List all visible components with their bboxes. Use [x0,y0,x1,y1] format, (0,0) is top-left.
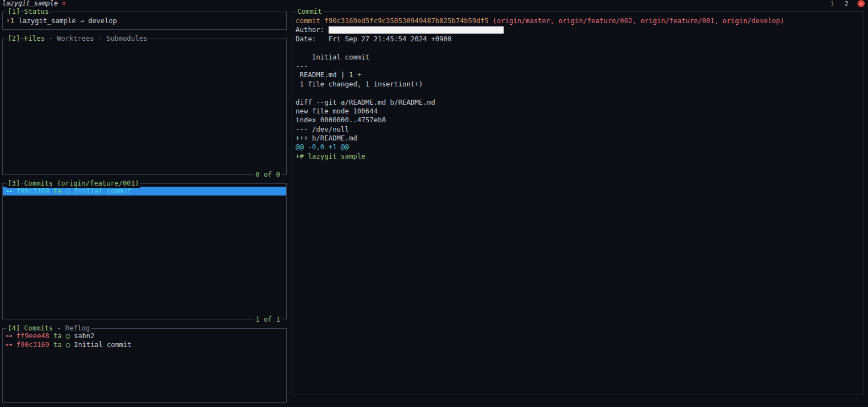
commit-row[interactable]: ⊶ f90c3169 ta ○ Initial commit [3,340,286,349]
detail-text-segment: + [357,70,361,79]
commit-details[interactable]: commit f90c3169ed5fc9c350530949487b825b7… [292,12,864,161]
detail-text-segment: @@ -0,0 +1 @@ [296,143,349,151]
files-panel-subtitle: - Worktrees - Submodules [45,34,148,42]
files-panel-label: Files [24,34,45,42]
files-panel[interactable]: [2]─Files - Worktrees - Submodules 0 of … [2,39,287,175]
ahead-indicator: ⇡1 [6,17,14,25]
pane-indicator-1[interactable]: 1 [830,0,834,8]
detail-text-segment: +# lazygit_sample [296,152,365,160]
status-panel-label: Status [24,7,49,15]
detail-text-segment: +++ b/README.md [296,134,357,142]
title-dash: ─ [20,179,24,187]
detail-text-segment: 1 file changed, 1 insertion(+) [296,80,423,88]
detail-text-segment: diff --git a/README.md b/README.md [296,98,435,106]
window-close-icon[interactable]: ✕ [858,0,865,7]
commits-panel-key: [3] [8,179,20,187]
commit-detail-line [296,44,864,52]
commit-marker: ○ [65,340,74,349]
detail-text-segment: commit f90c3169ed5fc9c350530949487b825b7… [296,17,493,25]
title-dash: ─ [20,34,24,42]
detail-text-segment: new file mode 100644 [296,107,378,115]
tab-close-icon[interactable]: ✕ [62,0,66,8]
commit-detail-line: new file mode 100644 [296,107,864,116]
commit-detail-panel-label: Commit [297,7,322,15]
status-panel-key: [1] [8,7,20,15]
commit-detail-line: Date: Fri Sep 27 21:45:54 2024 +0900 [296,35,864,44]
detail-text-segment: index 0000000..4757eb8 [296,116,386,124]
detail-text-segment: --- /dev/null [296,125,349,133]
files-count: 0 of 0 [254,170,282,179]
commit-detail-line: --- [296,62,864,70]
reflog-panel-subtitle: - Reflog [53,324,90,332]
detail-text-segment: --- [296,62,308,70]
commit-detail-line: Initial commit [296,53,864,62]
detail-text-segment: README.md | 1 [296,70,357,79]
detail-text-segment: Initial commit [296,53,369,61]
commit-graph-icon: ⊶ [6,340,17,349]
commits-count: 1 of 1 [254,315,282,324]
commit-detail-line: +# lazygit_sample [296,152,864,161]
commit-detail-line: Author: [296,25,864,34]
reflog-panel[interactable]: [4]─Commits - Reflog ⊶ ff9eee48 ta ○ sab… [2,328,287,403]
commit-detail-line: --- /dev/null [296,125,864,134]
pane-indicator-2[interactable]: 2 [844,0,848,8]
author-redacted-box [329,26,504,34]
lazygit-screen: lazygit_sample ✕ 1 2 ✕ [1]─Status ⇡1 laz… [0,0,868,407]
title-dash: ─ [20,324,24,332]
files-panel-title: [2]─Files - Worktrees - Submodules [7,34,149,43]
title-dash: ─ [20,7,24,15]
status-panel[interactable]: [1]─Status ⇡1 lazygit_sample → develop [2,12,287,30]
commits-panel[interactable]: [3]─Commits (origin/feature/001) ⊶ f90c3… [2,183,287,319]
commit-detail-line: README.md | 1 + [296,70,864,79]
commit-detail-line: diff --git a/README.md b/README.md [296,98,864,107]
commit-detail-line: commit f90c3169ed5fc9c350530949487b825b7… [296,17,864,25]
status-panel-title: [1]─Status [7,7,50,16]
commit-hash: f90c3169 [17,340,53,349]
commit-detail-line: index 0000000..4757eb8 [296,116,864,124]
reflog-panel-label: Commits [24,324,53,332]
commit-detail-line [296,89,864,97]
reflog-panel-title: [4]─Commits - Reflog [7,324,91,333]
commit-detail-line: +++ b/README.md [296,134,864,143]
reflog-panel-key: [4] [8,324,20,332]
detail-text-segment: Author: [296,25,329,34]
detail-text-segment: Date: Fri Sep 27 21:45:54 2024 +0900 [296,35,451,43]
commits-panel-label: Commits (origin/feature/001) [24,179,139,187]
commit-detail-line: 1 file changed, 1 insertion(+) [296,80,864,89]
commit-detail-line: @@ -0,0 +1 @@ [296,143,864,151]
commit-detail-panel-title: Commit [296,7,323,16]
repo-branch-label: lazygit_sample → develop [14,17,117,25]
terminal-tab-bar: lazygit_sample ✕ 1 2 ✕ [0,0,868,8]
commit-message: Initial commit [74,340,131,349]
detail-text-segment: (origin/master, origin/feature/002, orig… [493,17,784,25]
commit-detail-panel[interactable]: Commit commit f90c3169ed5fc9c35053094948… [292,12,864,394]
commit-author: ta [53,340,65,349]
files-panel-key: [2] [8,34,20,42]
commits-panel-title: [3]─Commits (origin/feature/001) [7,179,140,188]
